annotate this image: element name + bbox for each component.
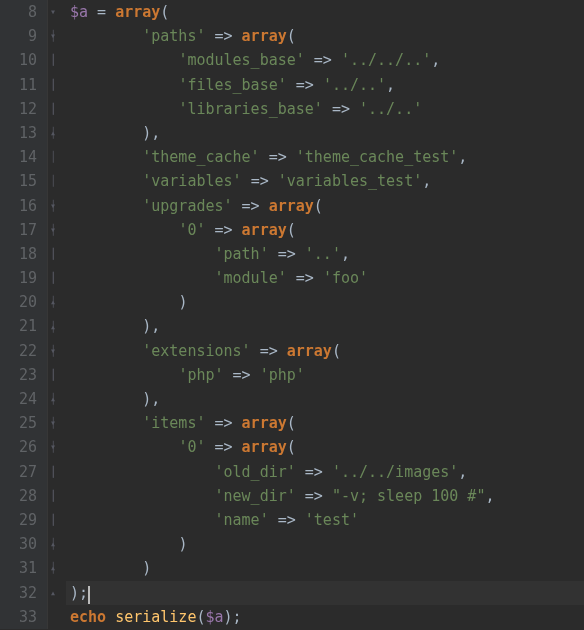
fold-close-icon[interactable]: ▴ xyxy=(50,588,56,598)
code-line[interactable]: 14│ 'theme_cache' => 'theme_cache_test', xyxy=(0,145,584,169)
code-text[interactable]: 'old_dir' => '../../images', xyxy=(66,460,467,484)
code-line[interactable]: 22│▾ 'extensions' => array( xyxy=(0,339,584,363)
fold-gutter[interactable]: │▾ xyxy=(48,435,66,459)
fold-gutter[interactable]: ││ xyxy=(48,484,66,508)
code-text[interactable]: ), xyxy=(66,314,160,338)
code-text[interactable]: ); xyxy=(66,581,90,605)
code-line[interactable]: 25│▾ 'items' => array( xyxy=(0,411,584,435)
code-line[interactable]: 29││ 'name' => 'test' xyxy=(0,508,584,532)
code-text[interactable]: ) xyxy=(66,290,187,314)
code-text[interactable]: 'items' => array( xyxy=(66,411,296,435)
fold-gutter[interactable]: │▴ xyxy=(48,121,66,145)
fold-gutter[interactable]: │▾ xyxy=(48,411,66,435)
fold-gutter[interactable]: │▴ xyxy=(48,290,66,314)
code-line[interactable]: 30│▴ ) xyxy=(0,532,584,556)
code-line[interactable]: 11││ 'files_base' => '../..', xyxy=(0,73,584,97)
fold-gutter[interactable]: │▴ xyxy=(48,387,66,411)
code-line[interactable]: 8▾$a = array( xyxy=(0,0,584,24)
fold-gutter[interactable]: ││ xyxy=(48,266,66,290)
fold-open-icon[interactable]: ▾ xyxy=(50,418,56,428)
fold-close-icon[interactable]: ▴ xyxy=(50,128,56,138)
code-text[interactable]: 'files_base' => '../..', xyxy=(66,73,395,97)
code-text[interactable]: 'module' => 'foo' xyxy=(66,266,368,290)
fold-gutter[interactable] xyxy=(48,605,66,629)
fold-gutter[interactable]: ▴ xyxy=(48,581,66,605)
code-line[interactable]: 23││ 'php' => 'php' xyxy=(0,363,584,387)
code-line[interactable]: 31│▴ ) xyxy=(0,556,584,580)
fold-gutter[interactable]: ││ xyxy=(48,508,66,532)
code-text[interactable]: 'modules_base' => '../../..', xyxy=(66,48,440,72)
fold-close-icon[interactable]: ▴ xyxy=(50,297,56,307)
fold-open-icon[interactable]: ▾ xyxy=(50,7,56,17)
fold-open-icon[interactable]: ▾ xyxy=(50,225,56,235)
fold-open-icon[interactable]: ▾ xyxy=(50,442,56,452)
code-editor[interactable]: 8▾$a = array(9│▾ 'paths' => array(10││ '… xyxy=(0,0,584,630)
fold-gutter[interactable]: │▾ xyxy=(48,194,66,218)
code-text[interactable]: '0' => array( xyxy=(66,218,296,242)
line-number: 17 xyxy=(0,218,48,242)
fold-gutter[interactable]: │ xyxy=(48,169,66,193)
code-line[interactable]: 12││ 'libraries_base' => '../..' xyxy=(0,97,584,121)
code-line[interactable]: 13│▴ ), xyxy=(0,121,584,145)
code-text[interactable]: 'libraries_base' => '../..' xyxy=(66,97,422,121)
line-number: 10 xyxy=(0,48,48,72)
fold-gutter[interactable]: │▴ xyxy=(48,556,66,580)
code-text[interactable]: 'new_dir' => "-v; sleep 100 #", xyxy=(66,484,494,508)
fold-open-icon[interactable]: ▾ xyxy=(50,346,56,356)
code-text[interactable]: 'paths' => array( xyxy=(66,24,296,48)
code-text[interactable]: 'name' => 'test' xyxy=(66,508,359,532)
line-number: 24 xyxy=(0,387,48,411)
code-text[interactable]: 'theme_cache' => 'theme_cache_test', xyxy=(66,145,467,169)
code-text[interactable]: 'upgrades' => array( xyxy=(66,194,323,218)
code-text[interactable]: $a = array( xyxy=(66,0,169,24)
fold-open-icon[interactable]: ▾ xyxy=(50,201,56,211)
line-number: 31 xyxy=(0,556,48,580)
code-line[interactable]: 15│ 'variables' => 'variables_test', xyxy=(0,169,584,193)
fold-gutter[interactable]: ││ xyxy=(48,48,66,72)
code-line[interactable]: 18││ 'path' => '..', xyxy=(0,242,584,266)
code-text[interactable]: ), xyxy=(66,121,160,145)
line-number: 16 xyxy=(0,194,48,218)
code-text[interactable]: ), xyxy=(66,387,160,411)
fold-gutter[interactable]: │▴ xyxy=(48,314,66,338)
code-line[interactable]: 19││ 'module' => 'foo' xyxy=(0,266,584,290)
code-line[interactable]: 21│▴ ), xyxy=(0,314,584,338)
fold-gutter[interactable]: ▾ xyxy=(48,0,66,24)
fold-gutter[interactable]: │▾ xyxy=(48,24,66,48)
fold-bar-icon: │ xyxy=(50,491,56,501)
code-line[interactable]: 27││ 'old_dir' => '../../images', xyxy=(0,460,584,484)
code-text[interactable]: 'path' => '..', xyxy=(66,242,350,266)
code-line[interactable]: 10││ 'modules_base' => '../../..', xyxy=(0,48,584,72)
code-text[interactable]: ) xyxy=(66,532,187,556)
fold-close-icon[interactable]: ▴ xyxy=(50,394,56,404)
code-text[interactable]: echo serialize($a); xyxy=(66,605,242,629)
code-text[interactable]: '0' => array( xyxy=(66,435,296,459)
fold-close-icon[interactable]: ▴ xyxy=(50,563,56,573)
fold-gutter[interactable]: │▴ xyxy=(48,532,66,556)
fold-gutter[interactable]: ││ xyxy=(48,97,66,121)
code-text[interactable]: 'php' => 'php' xyxy=(66,363,305,387)
fold-gutter[interactable]: │ xyxy=(48,145,66,169)
code-text[interactable]: 'extensions' => array( xyxy=(66,339,341,363)
code-line[interactable]: 9│▾ 'paths' => array( xyxy=(0,24,584,48)
code-line[interactable]: 33echo serialize($a); xyxy=(0,605,584,629)
code-line[interactable]: 28││ 'new_dir' => "-v; sleep 100 #", xyxy=(0,484,584,508)
fold-gutter[interactable]: │▾ xyxy=(48,339,66,363)
fold-close-icon[interactable]: ▴ xyxy=(50,539,56,549)
fold-bar-icon: │ xyxy=(50,370,56,380)
fold-gutter[interactable]: │▾ xyxy=(48,218,66,242)
code-line[interactable]: 24│▴ ), xyxy=(0,387,584,411)
fold-gutter[interactable]: ││ xyxy=(48,242,66,266)
code-line[interactable]: 17│▾ '0' => array( xyxy=(0,218,584,242)
code-line[interactable]: 20│▴ ) xyxy=(0,290,584,314)
code-line[interactable]: 32▴); xyxy=(0,581,584,605)
code-line[interactable]: 26│▾ '0' => array( xyxy=(0,435,584,459)
fold-gutter[interactable]: ││ xyxy=(48,363,66,387)
code-text[interactable]: 'variables' => 'variables_test', xyxy=(66,169,431,193)
fold-gutter[interactable]: ││ xyxy=(48,73,66,97)
fold-close-icon[interactable]: ▴ xyxy=(50,322,56,332)
code-text[interactable]: ) xyxy=(66,556,151,580)
code-line[interactable]: 16│▾ 'upgrades' => array( xyxy=(0,194,584,218)
fold-open-icon[interactable]: ▾ xyxy=(50,31,56,41)
fold-gutter[interactable]: ││ xyxy=(48,460,66,484)
